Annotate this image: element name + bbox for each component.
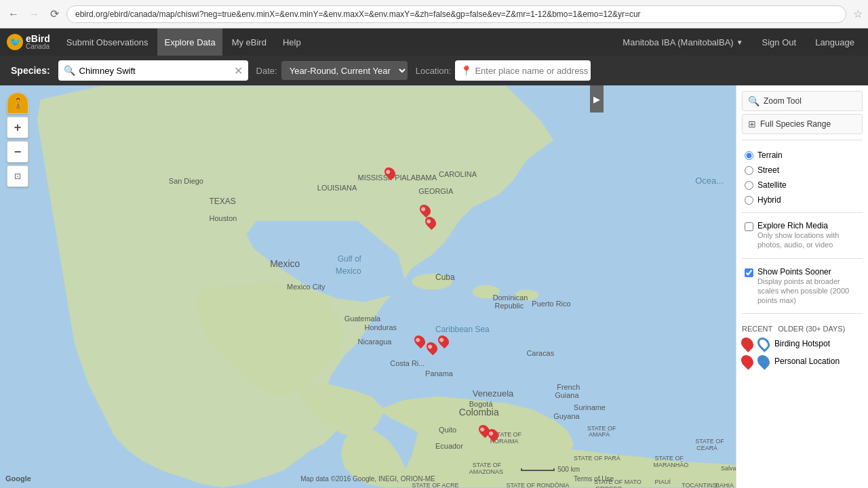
svg-text:STATE OF: STATE OF [695,438,724,445]
personal-location-label: Personal Location [774,357,840,366]
date-select[interactable]: Year-Round, Current Year [281,61,408,80]
svg-text:Mexico City: Mexico City [287,283,326,291]
ebird-logo: 🐦 eBird Canada [7,34,50,50]
location-input-box: 📍 [455,60,591,81]
explore-rich-media-label: Explore Rich Media [757,221,860,230]
logo-ebird-text: eBird [26,34,50,43]
map-type-satellite[interactable]: Satellite [742,178,863,192]
svg-text:AMAZONAS: AMAZONAS [469,468,503,475]
date-section: Date: Year-Round, Current Year [256,61,408,80]
map-type-radio-group: Terrain Street Satellite Hybrid [742,148,863,207]
svg-text:Quito: Quito [439,426,456,434]
zoom-out-button[interactable]: − [7,141,28,163]
svg-text:Caracas: Caracas [526,349,554,357]
nav-sign-out[interactable]: Sign Out [755,28,804,56]
nav-submit-observations[interactable]: Submit Observations [60,28,155,56]
nav-explore-data[interactable]: Explore Data [157,28,222,56]
url-bar[interactable] [66,5,846,23]
expand-panel-button[interactable]: ▶ [590,85,604,113]
clear-search-icon[interactable]: ✕ [234,64,243,77]
reload-button[interactable]: ⟳ [46,6,62,22]
zoom-in-button[interactable]: + [7,117,28,138]
svg-text:STATE OF ACRE: STATE OF ACRE [412,482,458,488]
svg-text:TEXAS: TEXAS [210,197,236,206]
street-view-button[interactable]: 🧍 [7,92,28,114]
hybrid-radio[interactable] [745,196,753,205]
street-label: Street [757,165,779,175]
zoom-tool-label: Zoom Tool [764,96,802,106]
terrain-radio[interactable] [745,151,753,160]
svg-text:Mexico: Mexico [336,266,361,276]
satellite-radio[interactable] [745,181,753,190]
terms-of-use-link[interactable]: Terms of Use [574,475,614,483]
svg-text:Ocea...: Ocea... [695,176,724,186]
explore-rich-media-checkbox[interactable] [745,222,753,231]
species-bar: Species: 🔍 ✕ Date: Year-Round, Current Y… [0,56,868,85]
show-points-sooner-checkbox[interactable] [745,268,753,277]
map-attribution: Map data ©2016 Google, INEGI, ORION-ME [300,475,435,483]
satellite-label: Satellite [757,180,787,190]
svg-text:GROSSO: GROSSO [595,485,622,488]
logo-bird-icon: 🐦 [7,34,23,50]
right-panel: 🔍 Zoom Tool ⊞ Full Species Range Terrain… [736,85,868,488]
scale-line [521,468,555,471]
zoom-tool-button[interactable]: 🔍 Zoom Tool [742,91,863,111]
street-radio[interactable] [745,166,753,175]
location-label: Location: [416,66,452,76]
svg-text:Caribbean Sea: Caribbean Sea [435,325,490,334]
divider-1 [742,140,863,140]
older-personal-pin [755,353,772,370]
map-type-hybrid[interactable]: Hybrid [742,193,863,207]
show-points-sooner-option[interactable]: Show Points Sooner Display points at bro… [742,264,863,308]
search-icon: 🔍 [64,65,75,76]
map-area[interactable]: Mexico TEXAS LOUISIANA MISSISSIPPI ALABA… [0,85,736,488]
map-svg: Mexico TEXAS LOUISIANA MISSISSIPPI ALABA… [0,85,736,488]
svg-text:Houston: Houston [210,214,237,222]
zoom-fit-button[interactable]: ⊡ [7,165,28,187]
map-type-street[interactable]: Street [742,163,863,177]
nav-my-ebird[interactable]: My eBird [225,28,273,56]
legend-recent-label: RECENT [742,325,772,333]
nav-account[interactable]: Manitoba IBA (ManitobalBA)▼ [616,28,749,56]
full-species-range-label: Full Species Range [760,119,831,129]
svg-text:STATE OF: STATE OF [655,455,684,462]
back-button[interactable]: ← [5,6,22,22]
explore-rich-media-option[interactable]: Explore Rich Media Only show locations w… [742,218,863,253]
forward-button[interactable]: → [26,6,42,22]
legend-personal-location: Personal Location [742,354,863,368]
svg-text:ALABAMA: ALABAMA [401,174,437,182]
species-search-box: 🔍 ✕ [58,60,248,81]
svg-text:STATE OF: STATE OF [587,425,616,432]
svg-text:CEARÁ: CEARÁ [696,445,717,451]
svg-text:Guatemala: Guatemala [344,314,381,323]
species-label: Species: [11,65,50,76]
nav-help[interactable]: Help [276,28,308,56]
svg-text:Cuba: Cuba [435,272,455,282]
svg-text:Ecuador: Ecuador [435,442,463,450]
divider-2 [742,212,863,213]
map-type-terrain[interactable]: Terrain [742,148,863,162]
full-species-range-button[interactable]: ⊞ Full Species Range [742,114,863,134]
location-input[interactable] [475,66,589,76]
scale-bar: 500 km [521,466,580,473]
svg-text:San Diego: San Diego [169,177,203,185]
legend-section: RECENT OLDER (30+ DAYS) Birding Hotspot … [742,325,863,372]
species-search-input[interactable] [79,66,230,76]
svg-text:AMAPÁ: AMAPÁ [589,431,610,438]
svg-text:Guyana: Guyana [553,412,580,420]
show-points-sooner-desc: Display points at broader scales when po… [757,277,860,306]
svg-text:LOUISIANA: LOUISIANA [317,184,357,192]
svg-text:STATE OF RONDÔNIA: STATE OF RONDÔNIA [507,482,570,488]
terrain-label: Terrain [757,150,783,160]
svg-text:Puerto Rico: Puerto Rico [532,300,570,308]
svg-text:BAHIA: BAHIA [715,482,734,488]
bookmark-icon[interactable]: ☆ [853,7,863,20]
svg-text:Bogotá: Bogotá [469,400,494,408]
zoom-tool-icon: 🔍 [748,96,760,106]
svg-text:French: French [557,383,580,391]
recent-hotspot-pin [738,336,755,352]
svg-text:CAROLINA: CAROLINA [439,170,477,178]
nav-language[interactable]: Language [808,28,861,56]
google-logo: Google [5,474,31,483]
svg-text:Gulf of: Gulf of [338,254,362,264]
